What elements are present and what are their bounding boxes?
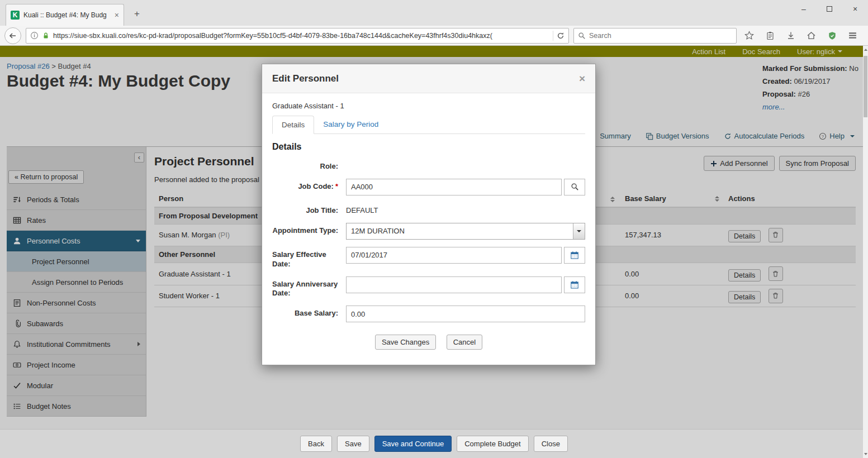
select-arrow-box[interactable] xyxy=(573,223,585,239)
window-maximize-button[interactable] xyxy=(817,0,842,18)
close-button[interactable]: Close xyxy=(534,436,568,452)
scrollbar-thumb[interactable] xyxy=(864,56,867,117)
search-bar[interactable] xyxy=(573,28,737,44)
scrollbar-up-arrow[interactable] xyxy=(863,46,868,54)
bookmarks-menu-button[interactable] xyxy=(762,27,778,44)
modal-tabs: Details Salary by Period xyxy=(272,116,585,134)
job-title-label: Job Title: xyxy=(272,203,346,216)
modal-body: Graduate Assistant - 1 Details Salary by… xyxy=(262,93,595,350)
url-bar[interactable] xyxy=(26,28,569,44)
salary-anniversary-date-label: Salary Anniversary Date: xyxy=(272,276,346,299)
back-arrow-icon xyxy=(8,31,17,40)
cancel-button[interactable]: Cancel xyxy=(447,335,482,350)
salary-anniversary-date-field-row: Salary Anniversary Date: xyxy=(272,276,585,299)
job-code-label: Job Code:* xyxy=(272,179,346,192)
tab-details[interactable]: Details xyxy=(272,116,314,134)
job-code-label-text: Job Code: xyxy=(298,182,334,190)
info-icon[interactable] xyxy=(30,31,39,40)
salary-effective-date-picker-button[interactable] xyxy=(564,247,585,264)
tab-salary-by-period[interactable]: Salary by Period xyxy=(314,116,387,133)
base-salary-label: Base Salary: xyxy=(272,306,346,318)
tab-close-icon[interactable]: × xyxy=(115,11,119,20)
calendar-icon xyxy=(570,280,579,289)
scrollbar-down-arrow[interactable] xyxy=(863,450,868,458)
appointment-type-field-row: Appointment Type: 12M DURATION xyxy=(272,223,585,240)
home-button[interactable] xyxy=(803,27,819,44)
lock-icon[interactable] xyxy=(42,32,50,40)
url-bar-divider xyxy=(553,31,553,41)
job-title-field-row: Job Title: DEFAULT xyxy=(272,203,585,216)
save-button[interactable]: Save xyxy=(337,436,369,452)
home-icon xyxy=(807,31,816,40)
shield-extension-button[interactable] xyxy=(824,27,840,44)
role-label: Role: xyxy=(272,159,346,171)
required-marker: * xyxy=(335,182,338,190)
browser-titlebar: K Kuali :: Budget #4: My Budg × + – × xyxy=(0,0,868,26)
browser-navbar xyxy=(0,26,868,46)
downloads-button[interactable] xyxy=(782,27,799,44)
appointment-type-label: Appointment Type: xyxy=(272,223,346,236)
search-icon xyxy=(571,183,579,191)
salary-effective-date-input[interactable] xyxy=(346,247,562,264)
save-changes-button[interactable]: Save Changes xyxy=(375,335,436,350)
bookmark-star-button[interactable] xyxy=(741,27,757,44)
new-tab-button[interactable]: + xyxy=(130,7,144,22)
edit-personnel-modal: Edit Personnel × Graduate Assistant - 1 … xyxy=(262,64,596,365)
star-icon xyxy=(744,31,754,40)
details-section-title: Details xyxy=(272,142,585,152)
tab-title: Kuali :: Budget #4: My Budg xyxy=(23,11,111,19)
window-close-button[interactable]: × xyxy=(842,0,868,18)
back-button[interactable]: Back xyxy=(300,436,332,452)
url-input[interactable] xyxy=(53,32,549,40)
modal-subtitle: Graduate Assistant - 1 xyxy=(272,102,585,110)
reload-icon[interactable] xyxy=(557,32,565,40)
appointment-type-value: 12M DURATION xyxy=(347,227,409,235)
search-input[interactable] xyxy=(589,32,732,40)
save-and-continue-button[interactable]: Save and Continue xyxy=(374,436,452,452)
browser-tab[interactable]: K Kuali :: Budget #4: My Budg × xyxy=(6,4,124,26)
modal-header: Edit Personnel × xyxy=(262,64,595,93)
bookmarks-icon xyxy=(766,31,775,40)
page-scrollbar[interactable] xyxy=(863,46,868,458)
search-icon xyxy=(578,32,586,40)
salary-anniversary-date-input[interactable] xyxy=(346,276,562,293)
salary-effective-date-field-row: Salary Effective Date: xyxy=(272,247,585,269)
window-controls: – × xyxy=(791,0,868,18)
modal-close-icon[interactable]: × xyxy=(579,73,585,85)
kuali-favicon-icon: K xyxy=(11,11,20,20)
modal-title: Edit Personnel xyxy=(272,73,339,84)
window-minimize-button[interactable]: – xyxy=(791,0,817,18)
complete-budget-button[interactable]: Complete Budget xyxy=(457,436,528,452)
job-code-field-row: Job Code:* xyxy=(272,179,585,195)
base-salary-input[interactable] xyxy=(346,306,585,322)
shield-icon xyxy=(828,31,837,40)
salary-anniversary-date-picker-button[interactable] xyxy=(564,276,585,293)
modal-buttons: Save Changes Cancel xyxy=(272,335,585,350)
appointment-type-select[interactable]: 12M DURATION xyxy=(346,223,585,240)
job-code-lookup-button[interactable] xyxy=(564,179,585,195)
menu-button[interactable] xyxy=(845,27,861,44)
job-code-input[interactable] xyxy=(346,179,562,195)
back-navigation-button[interactable] xyxy=(4,27,21,44)
salary-effective-date-label: Salary Effective Date: xyxy=(272,247,346,269)
role-field-row: Role: xyxy=(272,159,585,171)
footer-action-bar: Back Save Save and Continue Complete Bud… xyxy=(0,429,868,458)
hamburger-menu-icon xyxy=(848,31,857,40)
base-salary-field-row: Base Salary: xyxy=(272,306,585,322)
job-title-value: DEFAULT xyxy=(346,203,378,214)
chevron-down-icon xyxy=(577,230,581,232)
calendar-icon xyxy=(570,251,579,260)
download-icon xyxy=(786,31,795,40)
browser-window: K Kuali :: Budget #4: My Budg × + – × xyxy=(0,0,868,458)
